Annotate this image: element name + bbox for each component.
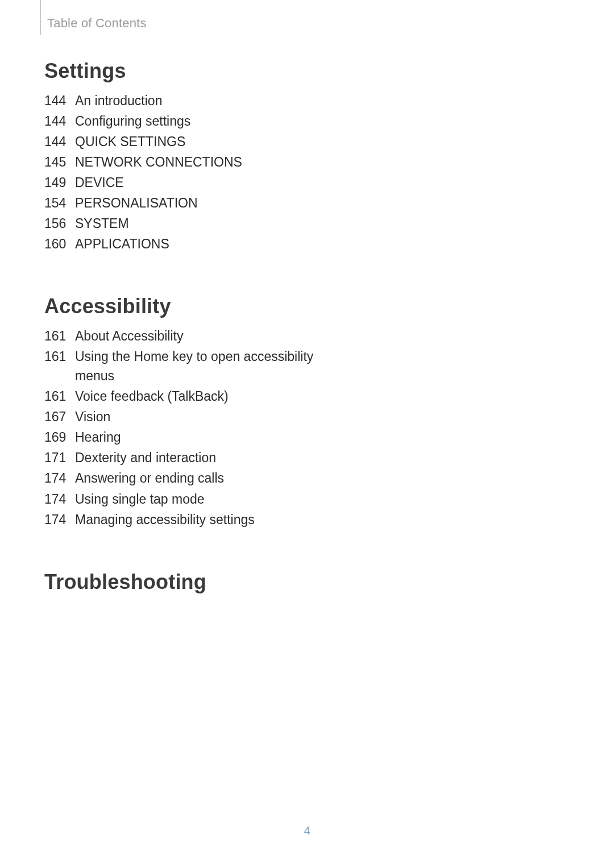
toc-item[interactable]: 144 An introduction: [44, 91, 317, 110]
toc-label: Vision: [75, 407, 317, 426]
toc-item[interactable]: 161 Using the Home key to open accessibi…: [44, 347, 317, 385]
toc-item[interactable]: 144 Configuring settings: [44, 111, 317, 131]
header-rule: [40, 0, 41, 35]
toc-page-number: 160: [44, 234, 75, 254]
toc-page-number: 174: [44, 489, 75, 509]
toc-item[interactable]: 144 QUICK SETTINGS: [44, 132, 317, 151]
toc-page-number: 144: [44, 91, 75, 110]
toc-page-number: 144: [44, 111, 75, 131]
toc-page-number: 149: [44, 173, 75, 192]
toc-page-number: 156: [44, 214, 75, 233]
toc-item[interactable]: 145 NETWORK CONNECTIONS: [44, 152, 317, 172]
section-title[interactable]: Accessibility: [44, 294, 317, 318]
toc-page-number: 161: [44, 347, 75, 366]
toc-label: DEVICE: [75, 173, 317, 192]
toc-page-number: 161: [44, 387, 75, 406]
toc-label: QUICK SETTINGS: [75, 132, 317, 151]
toc-item[interactable]: 161 About Accessibility: [44, 326, 317, 346]
toc-page-number: 144: [44, 132, 75, 151]
toc-list: 161 About Accessibility 161 Using the Ho…: [44, 326, 317, 529]
toc-item[interactable]: 167 Vision: [44, 407, 317, 426]
toc-label: PERSONALISATION: [75, 193, 317, 213]
toc-item[interactable]: 174 Using single tap mode: [44, 489, 317, 509]
toc-item[interactable]: 160 APPLICATIONS: [44, 234, 317, 254]
toc-section-accessibility: Accessibility 161 About Accessibility 16…: [44, 294, 317, 529]
page-number: 4: [0, 824, 614, 837]
toc-item[interactable]: 149 DEVICE: [44, 173, 317, 192]
toc-page-number: 154: [44, 193, 75, 213]
toc-page-number: 167: [44, 407, 75, 426]
toc-item[interactable]: 156 SYSTEM: [44, 214, 317, 233]
section-title[interactable]: Troubleshooting: [44, 570, 317, 594]
toc-page-number: 161: [44, 326, 75, 346]
toc-item[interactable]: 161 Voice feedback (TalkBack): [44, 387, 317, 406]
toc-label: An introduction: [75, 91, 317, 110]
toc-label: Using the Home key to open accessibility…: [75, 347, 317, 385]
toc-label: Managing accessibility settings: [75, 510, 317, 529]
toc-page-number: 171: [44, 448, 75, 467]
toc-label: Voice feedback (TalkBack): [75, 387, 317, 406]
toc-label: Using single tap mode: [75, 489, 317, 509]
toc-section-settings: Settings 144 An introduction 144 Configu…: [44, 59, 317, 254]
toc-page-number: 174: [44, 468, 75, 488]
toc-label: Dexterity and interaction: [75, 448, 317, 467]
toc-label: APPLICATIONS: [75, 234, 317, 254]
toc-item[interactable]: 169 Hearing: [44, 427, 317, 447]
toc-label: Answering or ending calls: [75, 468, 317, 488]
toc-label: Configuring settings: [75, 111, 317, 131]
section-title[interactable]: Settings: [44, 59, 317, 83]
toc-label: About Accessibility: [75, 326, 317, 346]
toc-item[interactable]: 171 Dexterity and interaction: [44, 448, 317, 467]
header-title: Table of Contents: [47, 16, 147, 31]
toc-page-number: 145: [44, 152, 75, 172]
toc-label: SYSTEM: [75, 214, 317, 233]
toc-item[interactable]: 174 Answering or ending calls: [44, 468, 317, 488]
toc-content: Settings 144 An introduction 144 Configu…: [44, 59, 317, 635]
page-container: Table of Contents Settings 144 An introd…: [0, 0, 614, 868]
toc-page-number: 174: [44, 510, 75, 529]
toc-list: 144 An introduction 144 Configuring sett…: [44, 91, 317, 254]
toc-item[interactable]: 154 PERSONALISATION: [44, 193, 317, 213]
toc-label: Hearing: [75, 427, 317, 447]
toc-page-number: 169: [44, 427, 75, 447]
toc-item[interactable]: 174 Managing accessibility settings: [44, 510, 317, 529]
toc-label: NETWORK CONNECTIONS: [75, 152, 317, 172]
toc-section-troubleshooting: Troubleshooting: [44, 570, 317, 594]
